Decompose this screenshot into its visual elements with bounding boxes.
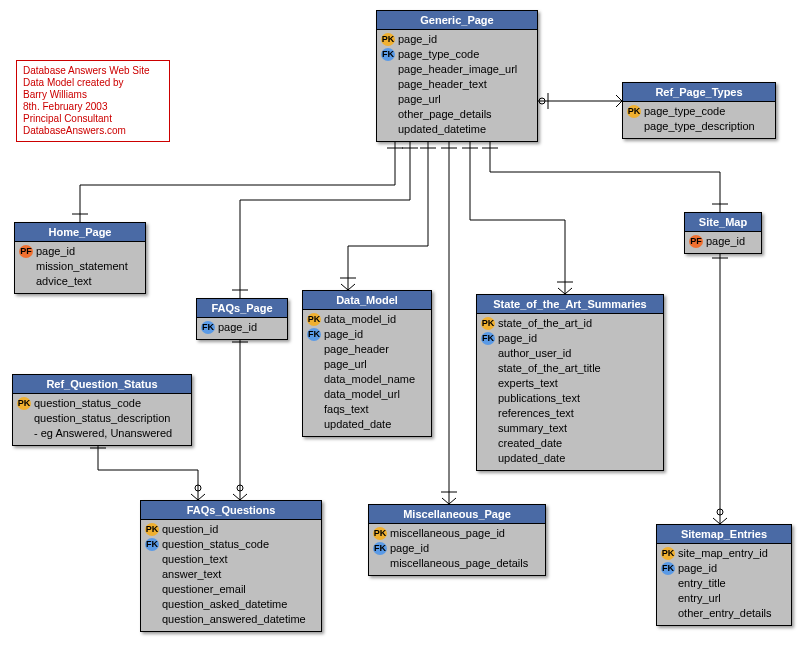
attr-row: PKpage_type_code	[627, 104, 771, 119]
attr-name: page_header_image_url	[398, 62, 517, 77]
entity-title: Miscellaneous_Page	[369, 505, 545, 524]
attr-row: question_status_description	[17, 411, 187, 426]
attr-row: PKpage_id	[381, 32, 533, 47]
entity-faqs-page: FAQs_Page FKpage_id	[196, 298, 288, 340]
attr-name: page_url	[398, 92, 441, 107]
pk-icon: PK	[381, 33, 395, 46]
svg-point-55	[717, 509, 723, 515]
entity-title: Ref_Page_Types	[623, 83, 775, 102]
attr-name: other_page_details	[398, 107, 492, 122]
attr-row: faqs_text	[307, 402, 427, 417]
attr-row: FKpage_id	[481, 331, 659, 346]
attr-row: PKdata_model_id	[307, 312, 427, 327]
svg-point-4	[539, 98, 545, 104]
entity-title: Sitemap_Entries	[657, 525, 791, 544]
fk-icon: FK	[201, 321, 215, 334]
attr-name: mission_statement	[36, 259, 128, 274]
attr-name: advice_text	[36, 274, 92, 289]
entity-generic-page: Generic_Page PKpage_idFKpage_type_codepa…	[376, 10, 538, 142]
attr-name: page_id	[706, 234, 745, 249]
attr-name: entry_title	[678, 576, 726, 591]
entity-home-page: Home_Page PFpage_idmission_statementadvi…	[14, 222, 146, 294]
attr-name: entry_url	[678, 591, 721, 606]
attr-row: created_date	[481, 436, 659, 451]
attr-name: page_id	[498, 331, 537, 346]
attr-name: question_status_description	[34, 411, 170, 426]
attr-row: references_text	[481, 406, 659, 421]
attr-name: data_model_id	[324, 312, 396, 327]
entity-title: Ref_Question_Status	[13, 375, 191, 394]
pk-icon: PK	[481, 317, 495, 330]
attr-row: data_model_url	[307, 387, 427, 402]
attr-row: state_of_the_art_title	[481, 361, 659, 376]
attr-row: question_text	[145, 552, 317, 567]
pk-icon: PK	[661, 547, 675, 560]
attr-name: page_id	[678, 561, 717, 576]
attr-name: references_text	[498, 406, 574, 421]
fk-icon: FK	[373, 542, 387, 555]
attr-name: updated_datetime	[398, 122, 486, 137]
entity-title: Site_Map	[685, 213, 761, 232]
attr-name: faqs_text	[324, 402, 369, 417]
fk-icon: FK	[661, 562, 675, 575]
attr-row: FKpage_type_code	[381, 47, 533, 62]
attr-row: PKsite_map_entry_id	[661, 546, 787, 561]
attr-row: page_header_text	[381, 77, 533, 92]
attr-row: PKquestion_status_code	[17, 396, 187, 411]
attr-name: question_status_code	[162, 537, 269, 552]
attr-row: mission_statement	[19, 259, 141, 274]
info-line: Data Model created by	[23, 77, 163, 89]
entity-ref-page-types: Ref_Page_Types PKpage_type_codepage_type…	[622, 82, 776, 139]
attr-name: summary_text	[498, 421, 567, 436]
attr-row: FKpage_id	[307, 327, 427, 342]
attr-row: other_page_details	[381, 107, 533, 122]
fk-icon: FK	[481, 332, 495, 345]
pk-icon: PK	[307, 313, 321, 326]
attr-row: PKmiscellaneous_page_id	[373, 526, 541, 541]
attr-name: data_model_name	[324, 372, 415, 387]
attr-name: question_text	[162, 552, 227, 567]
attr-name: page_type_code	[644, 104, 725, 119]
entity-title: FAQs_Page	[197, 299, 287, 318]
entity-title: FAQs_Questions	[141, 501, 321, 520]
entity-title: Generic_Page	[377, 11, 537, 30]
attr-name: page_type_description	[644, 119, 755, 134]
attr-row: PFpage_id	[19, 244, 141, 259]
attr-name: question_status_code	[34, 396, 141, 411]
attr-name: data_model_url	[324, 387, 400, 402]
attr-name: miscellaneous_page_details	[390, 556, 528, 571]
attr-row: updated_date	[307, 417, 427, 432]
attr-row: - eg Answered, Unanswered	[17, 426, 187, 441]
attr-row: publications_text	[481, 391, 659, 406]
attr-name: author_user_id	[498, 346, 571, 361]
info-line: DatabaseAnswers.com	[23, 125, 163, 137]
pf-icon: PF	[689, 235, 703, 248]
attr-row: experts_text	[481, 376, 659, 391]
attr-row: data_model_name	[307, 372, 427, 387]
attr-row: question_asked_datetime	[145, 597, 317, 612]
attr-row: updated_date	[481, 451, 659, 466]
attr-row: PKquestion_id	[145, 522, 317, 537]
attr-name: page_type_code	[398, 47, 479, 62]
attr-row: other_entry_details	[661, 606, 787, 621]
attr-name: site_map_entry_id	[678, 546, 768, 561]
entity-site-map: Site_Map PFpage_id	[684, 212, 762, 254]
attr-row: page_url	[381, 92, 533, 107]
attr-name: page_header	[324, 342, 389, 357]
entity-title: Home_Page	[15, 223, 145, 242]
attr-name: question_asked_datetime	[162, 597, 287, 612]
attr-row: FKquestion_status_code	[145, 537, 317, 552]
attr-name: created_date	[498, 436, 562, 451]
attr-row: question_answered_datetime	[145, 612, 317, 627]
attr-row: page_type_description	[627, 119, 771, 134]
attr-row: FKpage_id	[661, 561, 787, 576]
attr-name: page_id	[218, 320, 257, 335]
info-line: Principal Consultant	[23, 113, 163, 125]
entity-misc-page: Miscellaneous_Page PKmiscellaneous_page_…	[368, 504, 546, 576]
attr-row: advice_text	[19, 274, 141, 289]
entity-title: State_of_the_Art_Summaries	[477, 295, 663, 314]
attr-name: miscellaneous_page_id	[390, 526, 505, 541]
fk-icon: FK	[145, 538, 159, 551]
attr-name: page_id	[398, 32, 437, 47]
attr-name: updated_date	[324, 417, 391, 432]
